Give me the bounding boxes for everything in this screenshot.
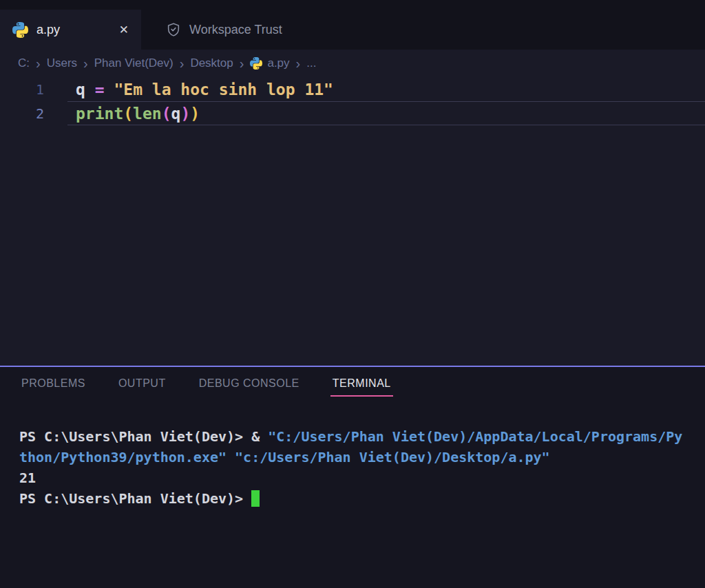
tab-label: a.py [36,23,60,37]
terminal-text: PS C:\Users\Phan Viet(Dev)> [19,428,251,445]
terminal-cursor[interactable] [251,490,260,507]
close-icon[interactable]: ✕ [119,23,129,37]
code-token: q [171,105,181,123]
terminal-line: PS C:\Users\Phan Viet(Dev)> & "C:/Users/… [19,426,705,447]
terminal-text: "c:/Users/Phan Viet(Dev)/Desktop/a.py" [235,449,550,465]
terminal-text: "C:/Users/Phan Viet(Dev)/AppData/Local/P… [268,428,682,445]
breadcrumb-item[interactable]: Desktop [190,56,233,70]
breadcrumb-item-label: Users [47,56,77,70]
panel-tab-bar: PROBLEMSOUTPUTDEBUG CONSOLETERMINAL [0,367,705,403]
code-token: ) [190,105,200,123]
panel-tab-output[interactable]: OUTPUT [118,372,167,398]
breadcrumb-item-label: Phan Viet(Dev) [94,56,173,70]
terminal-line: thon/Python39/python.exe" "c:/Users/Phan… [19,447,705,468]
breadcrumb-item-label: ... [306,56,316,70]
code-token [105,81,114,98]
terminal-output[interactable]: PS C:\Users\Phan Viet(Dev)> & "C:/Users/… [0,403,705,509]
breadcrumb-separator-icon: › [240,56,244,70]
panel-tab-problems[interactable]: PROBLEMS [21,372,86,398]
breadcrumb-item[interactable]: Users [47,56,77,70]
line-number: 1 [0,81,44,98]
python-icon [250,57,262,70]
breadcrumb-item[interactable]: a.py [250,56,289,70]
breadcrumb-item-label: a.py [267,56,289,70]
code-token: ( [123,105,133,123]
tab-workspace-trust[interactable]: Workspace Trust [147,10,297,50]
code-token: = [95,81,105,98]
code-line-text: q = "Em la hoc sinh lop 11" [67,77,705,101]
code-token: "Em la hoc sinh lop 11" [114,81,333,98]
code-editor[interactable]: 1q = "Em la hoc sinh lop 11"2print(len(q… [0,77,705,366]
breadcrumb: C:›Users›Phan Viet(Dev)›Desktop› a.py›..… [0,50,705,77]
breadcrumb-separator-icon: › [83,56,88,70]
breadcrumb-item[interactable]: Phan Viet(Dev) [94,56,173,70]
terminal-line: 21 [19,468,705,488]
code-token: ( [162,105,171,123]
shield-icon [166,22,181,37]
code-token [85,81,95,98]
breadcrumb-separator-icon: › [36,56,41,70]
panel-tab-terminal[interactable]: TERMINAL [332,372,392,398]
tab-a-py[interactable]: a.py ✕ [0,10,141,50]
terminal-text: & [251,428,268,445]
terminal-line: PS C:\Users\Phan Viet(Dev)> [19,488,705,509]
vscode-window: a.py ✕ Workspace Trust C:›Users›Phan Vie… [0,0,705,588]
code-line[interactable]: 2print(len(q)) [0,101,705,125]
code-line-text: print(len(q)) [67,101,705,125]
python-icon [12,22,28,38]
bottom-panel: PROBLEMSOUTPUTDEBUG CONSOLETERMINAL PS C… [0,367,705,588]
panel-tab-debug-console[interactable]: DEBUG CONSOLE [198,372,300,398]
code-token: q [76,81,85,98]
code-token: len [133,105,162,123]
breadcrumb-item[interactable]: C: [18,56,30,70]
breadcrumb-item[interactable]: ... [306,56,316,70]
terminal-text [227,449,235,465]
breadcrumb-separator-icon: › [296,56,301,70]
code-line[interactable]: 1q = "Em la hoc sinh lop 11" [0,77,705,101]
breadcrumb-item-label: C: [18,56,30,70]
terminal-text: PS C:\Users\Phan Viet(Dev)> [19,490,251,507]
trust-tab-label: Workspace Trust [189,23,282,37]
terminal-text: 21 [19,470,36,486]
code-token: ) [180,105,190,123]
breadcrumb-separator-icon: › [180,56,185,70]
breadcrumb-item-label: Desktop [190,56,233,70]
line-number: 2 [0,105,44,122]
terminal-text: thon/Python39/python.exe" [19,449,227,465]
editor-tab-bar: a.py ✕ Workspace Trust [0,0,705,50]
code-token: print [76,105,123,123]
